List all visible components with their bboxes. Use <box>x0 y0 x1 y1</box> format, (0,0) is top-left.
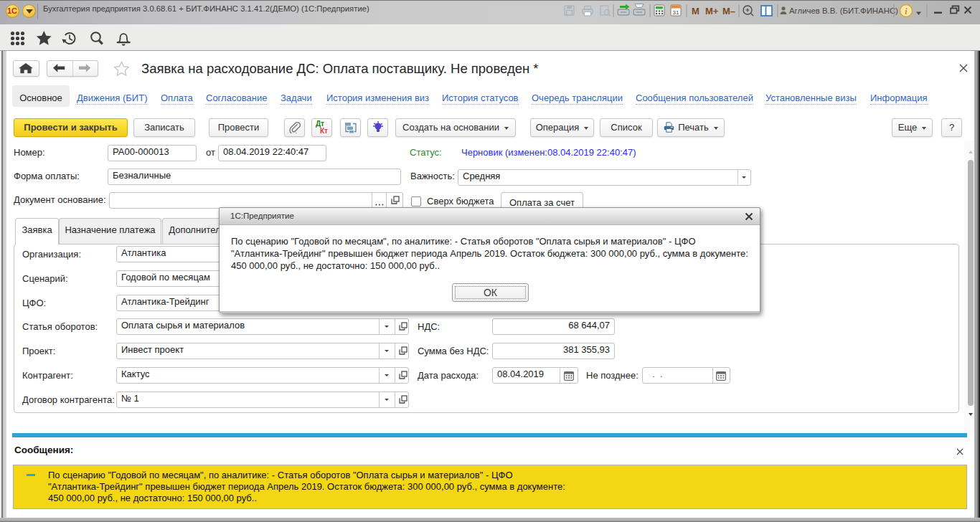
svg-text:Агличев В.В. (БИТ.ФИНАНС): Агличев В.В. (БИТ.ФИНАНС) <box>789 6 898 15</box>
svg-text:31: 31 <box>673 9 679 16</box>
svg-text:M: M <box>692 6 699 16</box>
svg-text:M+: M+ <box>705 6 719 16</box>
svg-text:M–: M– <box>722 6 735 16</box>
